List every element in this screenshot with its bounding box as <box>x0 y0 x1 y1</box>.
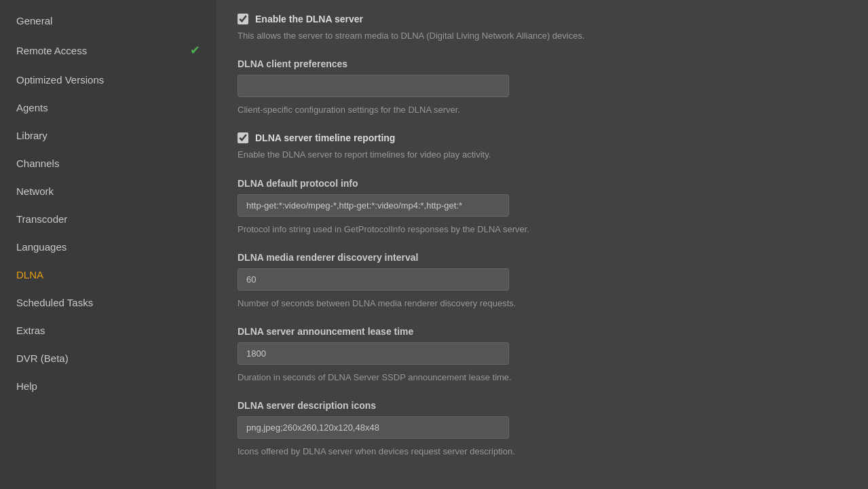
check-icon: ✔ <box>190 43 200 58</box>
checkbox-dlna-timeline[interactable] <box>238 132 248 143</box>
sidebar-item-extras[interactable]: Extras <box>0 316 216 344</box>
checkbox-label-dlna-timeline: DLNA server timeline reporting <box>255 132 395 143</box>
sidebar-item-languages[interactable]: Languages <box>0 233 216 261</box>
setting-description-dlna-client-prefs: Client-specific configuration settings f… <box>238 104 848 116</box>
field-input-dlna-desc-icons[interactable] <box>238 416 509 439</box>
sidebar-item-label: General <box>16 15 52 26</box>
field-input-dlna-client-prefs[interactable] <box>238 75 509 97</box>
sidebar-item-dvr-beta[interactable]: DVR (Beta) <box>0 344 216 372</box>
field-label-dlna-client-prefs: DLNA client preferences <box>238 58 848 69</box>
sidebar-item-network[interactable]: Network <box>0 177 216 205</box>
sidebar-item-scheduled-tasks[interactable]: Scheduled Tasks <box>0 289 216 316</box>
sidebar: GeneralRemote Access✔Optimized VersionsA… <box>0 0 217 489</box>
sidebar-item-label: Extras <box>16 325 45 336</box>
field-label-dlna-protocol-info: DLNA default protocol info <box>238 178 848 189</box>
sidebar-item-label: Languages <box>16 241 67 253</box>
setting-description-dlna-desc-icons: Icons offered by DLNA server when device… <box>238 446 848 458</box>
setting-section-dlna-desc-icons: DLNA server description iconsIcons offer… <box>238 400 848 458</box>
sidebar-item-library[interactable]: Library <box>0 122 216 149</box>
checkbox-row-enable-dlna: Enable the DLNA server <box>238 14 848 24</box>
field-input-dlna-protocol-info[interactable] <box>238 194 509 217</box>
setting-section-dlna-client-prefs: DLNA client preferencesClient-specific c… <box>238 58 848 116</box>
sidebar-item-dlna[interactable]: DLNA <box>0 261 216 289</box>
field-label-dlna-discovery-interval: DLNA media renderer discovery interval <box>238 252 848 263</box>
setting-section-dlna-timeline: DLNA server timeline reportingEnable the… <box>238 132 848 161</box>
field-label-dlna-lease-time: DLNA server announcement lease time <box>238 326 848 337</box>
setting-description-dlna-lease-time: Duration in seconds of DLNA Server SSDP … <box>238 372 848 384</box>
field-input-dlna-lease-time[interactable] <box>238 342 509 365</box>
setting-section-enable-dlna: Enable the DLNA serverThis allows the se… <box>238 14 848 42</box>
setting-description-dlna-timeline: Enable the DLNA server to report timelin… <box>238 149 848 161</box>
setting-section-dlna-discovery-interval: DLNA media renderer discovery intervalNu… <box>238 252 848 310</box>
setting-description-dlna-protocol-info: Protocol info string used in GetProtocol… <box>238 223 848 236</box>
sidebar-item-label: DLNA <box>16 269 43 280</box>
sidebar-item-label: DVR (Beta) <box>16 352 69 364</box>
sidebar-item-label: Channels <box>16 158 59 169</box>
sidebar-item-channels[interactable]: Channels <box>0 149 216 177</box>
checkbox-row-dlna-timeline: DLNA server timeline reporting <box>238 132 848 143</box>
sidebar-item-general[interactable]: General <box>0 7 216 35</box>
sidebar-item-transcoder[interactable]: Transcoder <box>0 205 216 233</box>
field-input-dlna-discovery-interval[interactable] <box>238 268 509 291</box>
setting-section-dlna-lease-time: DLNA server announcement lease timeDurat… <box>238 326 848 384</box>
sidebar-item-label: Scheduled Tasks <box>16 297 93 308</box>
sidebar-item-label: Library <box>16 130 48 141</box>
sidebar-item-label: Transcoder <box>16 213 67 225</box>
sidebar-item-label: Help <box>16 380 37 392</box>
checkbox-label-enable-dlna: Enable the DLNA server <box>255 14 363 24</box>
main-content: Enable the DLNA serverThis allows the se… <box>217 0 868 489</box>
sidebar-item-label: Remote Access <box>16 45 87 56</box>
sidebar-item-remote-access[interactable]: Remote Access✔ <box>0 35 216 66</box>
checkbox-enable-dlna[interactable] <box>238 14 248 24</box>
setting-description-enable-dlna: This allows the server to stream media t… <box>238 30 848 42</box>
sidebar-item-label: Agents <box>16 102 48 113</box>
sidebar-item-optimized-versions[interactable]: Optimized Versions <box>0 66 216 94</box>
sidebar-item-help[interactable]: Help <box>0 372 216 400</box>
field-label-dlna-desc-icons: DLNA server description icons <box>238 400 848 411</box>
sidebar-item-label: Network <box>16 185 54 197</box>
sidebar-item-agents[interactable]: Agents <box>0 94 216 122</box>
setting-section-dlna-protocol-info: DLNA default protocol infoProtocol info … <box>238 178 848 236</box>
sidebar-item-label: Optimized Versions <box>16 74 104 86</box>
setting-description-dlna-discovery-interval: Number of seconds between DLNA media ren… <box>238 297 848 310</box>
